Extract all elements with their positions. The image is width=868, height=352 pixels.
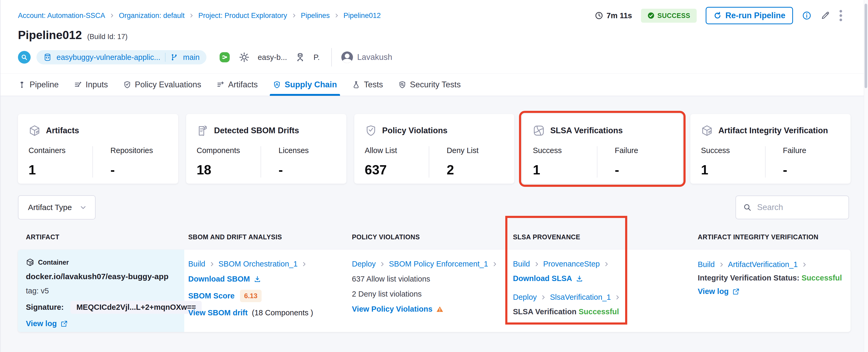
sbom-score-badge: 6.13 [240,290,262,302]
repo-pill: easybuggy-vulnerable-applic... main [36,50,207,64]
policy-cell: Deploy SBOM Policy Enforcement_1 637 All… [352,250,498,314]
tab-inputs[interactable]: Inputs [74,74,108,96]
stat-label: Allow List [365,146,429,155]
step-link[interactable]: SlsaVerification_1 [550,293,611,301]
artifact-image-name: docker.io/lavakush07/easy-buggy-app [26,272,168,281]
warning-triangle-icon [436,306,443,313]
breadcrumb-pipeline012[interactable]: Pipeline012 [343,11,381,20]
edit-pipeline-icon[interactable] [820,11,830,20]
delegate-name: P. [313,53,320,62]
container-cube-icon [26,258,34,266]
tab-pipeline[interactable]: Pipeline [18,74,59,96]
execution-context: easy-b... P. [219,51,320,63]
download-slsa-link[interactable]: Download SLSA [513,274,583,283]
breadcrumb-project[interactable]: Project: Product Exploratory [198,11,287,20]
chevron-right-icon [291,13,297,18]
summary-cards: Artifacts Containers1 Repositories- Dete… [1,114,868,184]
artifact-tag: tag: v5 [26,287,49,295]
external-link-icon [732,288,740,295]
artifact-cell: Container docker.io/lavakush07/easy-bugg… [18,250,184,332]
search-input[interactable] [757,203,842,212]
signature-value: MEQCICde2Vjl...L+2+mqnOXw== [70,301,202,314]
breadcrumb-pipelines[interactable]: Pipelines [301,11,330,20]
tab-supply-chain[interactable]: Supply Chain [273,74,337,96]
git-branch-icon [170,53,178,61]
pill-divider [165,53,165,62]
stat-label: Failure [783,146,840,155]
tab-security-tests[interactable]: Security Tests [398,74,461,96]
signature-row: Signature: MEQCICde2Vjl...L+2+mqnOXw== [26,301,202,314]
external-link-icon [60,320,68,327]
flask-icon [352,81,360,89]
stat-value: 637 [365,162,429,178]
stat-value: - [279,162,336,178]
chevron-right-icon [719,262,724,267]
stage-link[interactable]: Build [513,260,530,268]
config-name[interactable]: easy-b... [258,53,287,62]
artifacts-list-icon [216,81,224,89]
artifact-type-dropdown[interactable]: Artifact Type [18,195,96,220]
sbom-score-row: SBOM Score 6.13 [188,290,261,302]
chevron-right-icon [540,294,546,300]
chevron-right-icon [603,261,609,267]
card-title: SLSA Verifications [550,126,623,135]
view-log-link[interactable]: View log [26,319,68,328]
more-options-icon[interactable] [839,9,843,22]
stat-value: 1 [701,162,765,178]
clock-icon [595,11,603,20]
card-title: Artifact Integrity Verification [718,126,828,135]
stat-label: Components [197,146,260,155]
repo-name[interactable]: easybuggy-vulnerable-applic... [57,53,160,62]
card-sbom-drifts: Detected SBOM Drifts Components18 Licens… [186,114,346,184]
download-sbom-link[interactable]: Download SBOM [188,275,261,283]
step-link[interactable]: ProvenanceStep [543,260,600,268]
step-link[interactable]: SBOM Policy Enforcement_1 [389,260,488,268]
step-link[interactable]: ArtifactVerification_1 [728,260,798,269]
breadcrumb-organization[interactable]: Organization: default [119,11,185,20]
view-sbom-drift-link[interactable]: View SBOM drift [188,309,248,317]
breadcrumb-account[interactable]: Account: Automation-SSCA [18,11,105,20]
sbom-drift-row: View SBOM drift (18 Components ) [188,309,313,317]
user-name: Lavakush [357,53,392,62]
chevron-right-icon [492,261,498,267]
chevron-right-icon [109,13,115,18]
chevron-right-icon [301,261,307,267]
breadcrumb: Account: Automation-SSCA Organization: d… [18,11,381,20]
stage-link[interactable]: Deploy [513,293,537,301]
view-policy-violations-link[interactable]: View Policy Violations [352,305,443,314]
stage-link[interactable]: Build [188,260,206,268]
meta-divider [331,48,332,66]
slsa-cell: Build ProvenanceStep Download SLSA Deplo… [513,250,620,316]
tab-artifacts[interactable]: Artifacts [216,74,258,96]
stat-label: Repositories [110,146,167,155]
scrollbar-thumb[interactable] [865,4,867,88]
download-icon [254,276,261,283]
build-id: (Build Id: 17) [87,33,127,41]
status-successful: Successful [579,308,619,316]
sbom-score-link[interactable]: SBOM Score [188,292,235,300]
supply-chain-shield-icon [273,81,281,89]
chevron-right-icon [379,261,385,267]
branch-name[interactable]: main [183,53,199,62]
stat-value: 18 [197,162,260,178]
integrity-step-path: Build ArtifactVerification_1 [698,260,807,269]
allow-list-violations: 637 Allow list violations [352,275,430,283]
stage-link[interactable]: Deploy [352,260,376,268]
column-sbom: SBOM AND DRIFT ANALYSIS [188,233,282,241]
status-successful: Successful [802,274,842,282]
column-slsa-provenance: SLSA PROVENANCE [513,233,580,241]
status-badge: SUCCESS [641,9,696,23]
stage-link[interactable]: Build [698,260,715,269]
info-icon[interactable] [802,11,811,20]
step-link[interactable]: SBOM Orchestration_1 [219,260,298,268]
rerun-pipeline-button[interactable]: Re-run Pipeline [706,7,793,24]
tab-tests[interactable]: Tests [352,74,383,96]
view-log-link[interactable]: View log [698,287,740,296]
tab-policy-evaluations[interactable]: Policy Evaluations [123,74,202,96]
search-icon [743,203,752,212]
search-box [736,195,849,219]
card-artifact-integrity: Artifact Integrity Verification Success1… [690,114,850,184]
chevron-right-icon [334,13,339,18]
integrity-cube-icon [701,125,713,137]
ci-module-icon [18,51,31,64]
